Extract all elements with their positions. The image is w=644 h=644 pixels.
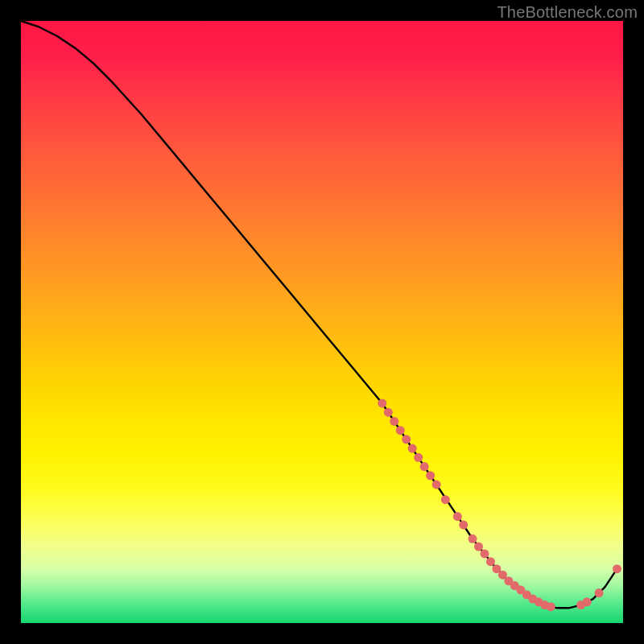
curve-marker	[480, 549, 489, 558]
curve-marker	[459, 521, 468, 530]
curve-marker	[426, 471, 435, 480]
watermark-text: TheBottleneck.com	[497, 3, 638, 22]
curve-marker	[384, 408, 393, 417]
curve-marker	[613, 564, 621, 573]
curve-marker	[583, 597, 592, 606]
curve-marker	[420, 462, 429, 471]
curve-marker	[453, 512, 462, 521]
curve-marker	[378, 398, 386, 407]
curve-marker	[547, 602, 555, 611]
curve-marker	[441, 495, 450, 504]
curve-marker	[595, 588, 604, 597]
curve-marker	[408, 444, 417, 453]
curve-marker	[396, 426, 405, 435]
curve-marker	[402, 435, 411, 444]
bottleneck-curve-line	[21, 21, 617, 608]
curve-marker	[432, 480, 441, 489]
curve-markers	[378, 398, 621, 611]
curve-marker	[469, 535, 477, 543]
curve-marker	[390, 417, 398, 426]
curve-marker	[486, 557, 495, 566]
chart-stage: TheBottleneck.com	[0, 0, 644, 644]
curve-svg	[21, 21, 623, 623]
curve-marker	[414, 453, 423, 462]
curve-marker	[474, 543, 483, 551]
plot-area	[21, 21, 623, 623]
